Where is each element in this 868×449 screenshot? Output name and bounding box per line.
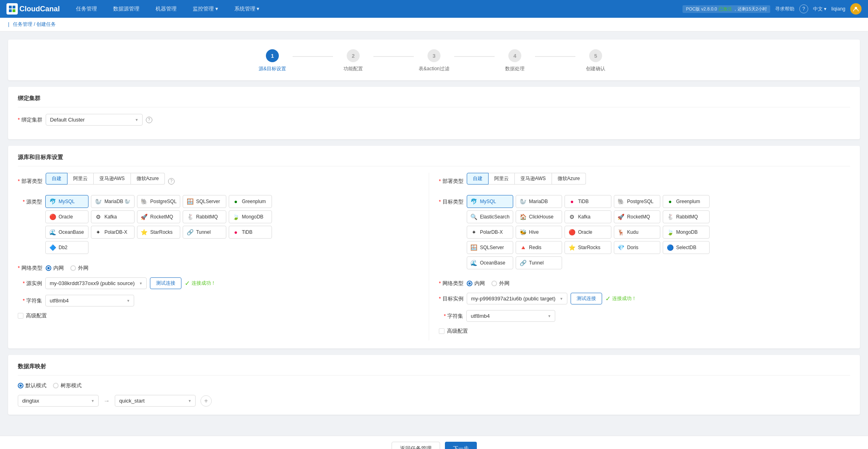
target-type-row: 目标类型 🐬MySQL 🦭MariaDB ●TiDB 🐘PostgreSQL ●…: [439, 195, 850, 274]
source-tab-aws[interactable]: 亚马逊AWS: [94, 173, 131, 185]
source-db-rocketmq[interactable]: 🚀RocketMQ: [137, 210, 180, 223]
source-db-greenplum[interactable]: ●Greenplum: [229, 195, 272, 208]
source-tab-self[interactable]: 自建: [46, 173, 67, 185]
target-instance-select[interactable]: my-p9969397a21iu6b (public target): [467, 293, 567, 304]
target-db-mysql[interactable]: 🐬MySQL: [467, 195, 513, 208]
lang-selector[interactable]: 中文 ▾: [813, 6, 826, 13]
bind-cluster-info-icon[interactable]: ?: [146, 117, 152, 123]
source-deploy-info-icon[interactable]: ?: [168, 178, 175, 185]
source-db-oceanbase[interactable]: 🌊OceanBase: [45, 226, 88, 239]
target-db-selectdb[interactable]: 🔵SelectDB: [663, 241, 709, 254]
breadcrumb-task[interactable]: 任务管理: [13, 21, 32, 27]
step-2: 2 功能配置: [333, 49, 373, 72]
source-test-btn[interactable]: 测试连接: [150, 277, 181, 289]
source-db-sqlserver[interactable]: 🪟SQLServer: [183, 195, 226, 208]
target-charset-select[interactable]: utf8mb4: [466, 310, 555, 322]
step-3: 3 表&action过滤: [414, 49, 454, 72]
source-instance-select[interactable]: my-038krddt737oxx9 (public source): [45, 277, 147, 289]
target-db-mongodb[interactable]: 🍃MongoDB: [663, 226, 709, 239]
source-db-select[interactable]: dingtax: [18, 395, 99, 407]
source-db-mongodb[interactable]: 🍃MongoDB: [229, 210, 272, 223]
main-content: 1 源&目标设置 2 功能配置 3 表&action过滤 4 数据处理 5 创建…: [0, 31, 868, 429]
source-db-tunnel[interactable]: 🔗Tunnel: [183, 226, 226, 239]
target-db-rocketmq[interactable]: 🚀RocketMQ: [614, 210, 660, 223]
mapping-mode-default[interactable]: 默认模式: [18, 382, 46, 389]
source-network-extranet[interactable]: 外网: [70, 264, 88, 272]
step-label-1: 源&目标设置: [259, 65, 286, 72]
target-db-clickhouse[interactable]: 🏠ClickHouse: [516, 210, 562, 223]
source-db-mariadb[interactable]: 🦭MariaDB 🦭: [91, 195, 134, 208]
target-advanced-checkbox-box: [439, 328, 445, 334]
target-db-kudu[interactable]: 🦌Kudu: [614, 226, 660, 239]
nav-machine[interactable]: 机器管理: [152, 4, 180, 14]
source-db-polardbx[interactable]: ✦PolarDB-X: [91, 226, 134, 239]
target-db-mariadb[interactable]: 🦭MariaDB: [516, 195, 562, 208]
target-db-select[interactable]: quick_start: [115, 395, 196, 407]
target-tab-self[interactable]: 自建: [467, 173, 489, 185]
source-tab-aliyun[interactable]: 阿里云: [67, 173, 94, 185]
step-4: 4 数据处理: [495, 49, 535, 72]
bind-cluster-section: 绑定集群 绑定集群 Default Cluster ?: [8, 87, 860, 139]
source-db-rabbitmq[interactable]: 🐇RabbitMQ: [183, 210, 226, 223]
user-avatar[interactable]: [850, 3, 862, 15]
back-button[interactable]: 返回任务管理: [392, 442, 440, 449]
target-db-polardbx[interactable]: ✦PolarDB-X: [467, 226, 513, 239]
nav-task-mgmt[interactable]: 任务管理: [73, 4, 100, 14]
target-db-hive[interactable]: 🐝dingtaxHive: [516, 226, 562, 239]
target-network-intranet[interactable]: 内网: [467, 280, 485, 287]
breadcrumb-current: 创建任务: [36, 21, 56, 27]
target-db-redis[interactable]: 🔺Redis: [516, 241, 562, 254]
target-db-oracle[interactable]: 🔴Oracle: [565, 226, 611, 239]
target-db-postgresql[interactable]: 🐘PostgreSQL: [614, 195, 660, 208]
target-network-intranet-radio: [467, 281, 472, 286]
target-db-greenplum[interactable]: ●Greenplum: [663, 195, 709, 208]
mapping-mode-tree[interactable]: 树形模式: [53, 382, 82, 389]
add-mapping-btn[interactable]: +: [200, 395, 212, 407]
target-db-rabbitmq[interactable]: 🐇RabbitMQ: [663, 210, 709, 223]
source-network-intranet[interactable]: 内网: [46, 264, 64, 272]
target-db-sqlserver[interactable]: 🪟SQLServer: [467, 241, 513, 254]
svg-rect-1: [13, 6, 15, 8]
db-mapping-section: 数据库映射 默认模式 树形模式 dingtax →: [8, 355, 860, 415]
target-tab-aws[interactable]: 亚马逊AWS: [515, 173, 552, 185]
source-advanced-checkbox[interactable]: 高级配置: [18, 312, 47, 319]
target-test-btn[interactable]: 测试连接: [571, 293, 602, 304]
target-db-doris[interactable]: 💎Doris: [614, 241, 660, 254]
target-tab-azure[interactable]: 微软Azure: [552, 173, 586, 185]
target-advanced-checkbox[interactable]: 高级配置: [439, 327, 468, 335]
target-db-kafka[interactable]: ⚙Kafka: [565, 210, 611, 223]
next-button[interactable]: 下一步: [445, 442, 477, 449]
source-db-starrocks[interactable]: ⭐StarRocks: [137, 226, 180, 239]
nav-monitor[interactable]: 监控管理 ▾: [190, 4, 221, 14]
source-type-row: 源类型 🐬MySQL 🦭MariaDB 🦭 🐘PostgreSQL 🪟SQLSe…: [18, 195, 419, 259]
source-db-db2[interactable]: 🔷Db2: [45, 241, 88, 254]
source-charset-select[interactable]: utf8mb4: [45, 295, 134, 306]
target-db-tidb[interactable]: ●TiDB: [565, 195, 611, 208]
source-connection-success: ✓ 连接成功！: [185, 279, 216, 287]
step-line-3-4: [454, 56, 495, 57]
source-target-cols: 部署类型 自建 阿里云 亚马逊AWS 微软Azure ? 源类型 🐬MySQL: [18, 173, 850, 340]
target-db-elasticsearch[interactable]: 🔍ElasticSearch: [467, 210, 513, 223]
help-link[interactable]: 寻求帮助: [775, 6, 794, 13]
source-db-mysql[interactable]: 🐬MySQL: [45, 195, 88, 208]
nav-datasource[interactable]: 数据源管理: [110, 4, 143, 14]
bind-cluster-select[interactable]: Default Cluster: [46, 114, 143, 126]
username: liqiang: [831, 6, 845, 12]
source-db-oracle[interactable]: 🔴Oracle: [45, 210, 88, 223]
logo: CloudCanal: [6, 3, 60, 15]
bind-cluster-row: 绑定集群 Default Cluster ?: [18, 114, 850, 126]
target-tab-aliyun[interactable]: 阿里云: [489, 173, 515, 185]
source-tab-azure[interactable]: 微软Azure: [131, 173, 165, 185]
target-db-starrocks[interactable]: ⭐StarRocks: [565, 241, 611, 254]
source-network-intranet-radio: [46, 265, 51, 271]
target-db-oceanbase[interactable]: 🌊OceanBase: [467, 256, 513, 269]
help-icon[interactable]: ?: [799, 4, 808, 13]
nav-system[interactable]: 系统管理 ▾: [231, 4, 263, 14]
source-db-kafka[interactable]: ⚙Kafka: [91, 210, 134, 223]
target-db-tunnel[interactable]: 🔗Tunnel: [516, 256, 562, 269]
source-db-postgresql[interactable]: 🐘PostgreSQL: [137, 195, 180, 208]
target-advanced-row: 高级配置: [439, 327, 850, 335]
source-db-tidb[interactable]: ●TiDB: [229, 226, 272, 239]
target-charset-wrapper: utf8mb4: [466, 310, 555, 322]
target-network-extranet[interactable]: 外网: [491, 280, 510, 287]
